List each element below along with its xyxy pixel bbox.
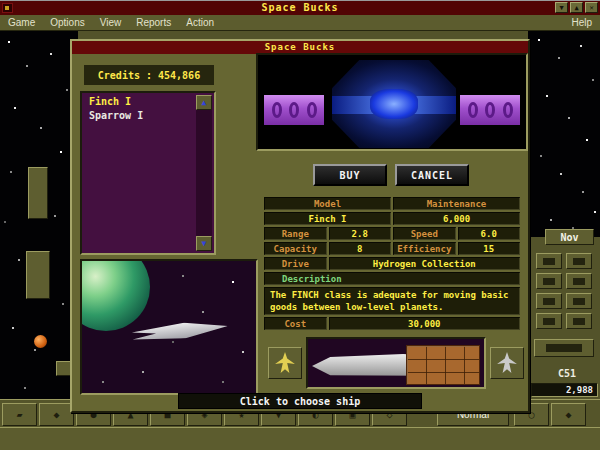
engine-pod-bar xyxy=(460,95,520,125)
panel-button[interactable] xyxy=(536,253,562,269)
planet-icon xyxy=(80,259,150,331)
engine-pod-icon xyxy=(468,102,478,118)
engine-pod-icon xyxy=(289,102,299,118)
buy-button[interactable]: BUY xyxy=(313,164,387,186)
ship-list-item[interactable]: Finch I xyxy=(84,95,194,109)
maintenance-label: Maintenance xyxy=(393,197,520,210)
panel-icon xyxy=(543,318,555,325)
panel-button[interactable] xyxy=(566,293,592,309)
toolbar-button[interactable]: ▰ xyxy=(2,403,37,426)
range-value: 2.8 xyxy=(329,227,392,240)
panel-button[interactable] xyxy=(566,313,592,329)
month-button[interactable]: Nov xyxy=(545,229,594,245)
panel-wide-button[interactable] xyxy=(534,339,594,357)
panel-button[interactable] xyxy=(536,313,562,329)
description-text: The FINCH class is adequate for moving b… xyxy=(264,287,520,315)
titlebar: Space Bucks ▼ ▲ ✕ xyxy=(0,1,600,15)
speed-value: 6.0 xyxy=(458,227,521,240)
panel-icon xyxy=(573,278,585,285)
ship-purchase-dialog: Space Bucks Credits : 454,866 Finch I Sp… xyxy=(70,39,530,413)
dialog-status-bar: Click to choose ship xyxy=(178,393,422,409)
cancel-button[interactable]: CANCEL xyxy=(395,164,469,186)
panel-button[interactable] xyxy=(566,273,592,289)
scroll-up-button[interactable]: ▲ xyxy=(196,95,212,110)
credits-display: Credits : 454,866 xyxy=(84,65,214,85)
left-panel-fragment xyxy=(26,251,50,299)
ship-icon xyxy=(274,352,296,374)
ship-list-item[interactable]: Sparrow I xyxy=(84,109,194,123)
model-label: Model xyxy=(264,197,391,210)
menu-game[interactable]: Game xyxy=(8,17,35,28)
menubar: Game Options View Reports Action Help xyxy=(0,15,600,31)
toolbar-icon: ▰ xyxy=(16,409,22,420)
panel-button[interactable] xyxy=(566,253,592,269)
panel-button[interactable] xyxy=(536,273,562,289)
side-amount-display: 2,988 xyxy=(531,383,598,397)
panel-button[interactable] xyxy=(536,293,562,309)
ship-icon xyxy=(131,314,229,348)
ship-stats-table: Model Maintenance Finch I 6,000 Range 2.… xyxy=(264,197,520,330)
maintenance-value: 6,000 xyxy=(393,212,520,225)
toolbar-button[interactable]: ◆ xyxy=(39,403,74,426)
left-panel-fragment xyxy=(56,361,71,376)
ship-icon xyxy=(496,352,518,374)
panel-icon xyxy=(573,258,585,265)
left-panel-fragment xyxy=(28,167,48,219)
toolbar-icon: ◆ xyxy=(565,409,571,420)
model-value: Finch I xyxy=(264,212,391,225)
menu-action[interactable]: Action xyxy=(186,17,214,28)
panel-icon xyxy=(543,258,555,265)
menu-help[interactable]: Help xyxy=(571,17,592,28)
engine-pod-icon xyxy=(272,102,282,118)
drive-value: Hydrogen Collection xyxy=(329,257,521,270)
toolbar-button[interactable]: ◆ xyxy=(551,403,586,426)
window-controls: ▼ ▲ ✕ xyxy=(555,2,598,13)
cost-label: Cost xyxy=(264,317,327,330)
ship-listbox: Finch I Sparrow I ▲ ▼ xyxy=(80,91,216,255)
efficiency-value: 15 xyxy=(458,242,521,255)
engine-pod-icon xyxy=(307,102,317,118)
capacity-label: Capacity xyxy=(264,242,327,255)
ship-preview-image xyxy=(256,53,528,151)
close-button[interactable]: ✕ xyxy=(585,2,598,13)
toolbar-icon: ◆ xyxy=(53,409,59,420)
ship-hull-image xyxy=(332,60,456,148)
panel-icon xyxy=(543,298,555,305)
efficiency-label: Efficiency xyxy=(393,242,456,255)
menu-view[interactable]: View xyxy=(100,17,122,28)
cargo-ship-image xyxy=(306,337,486,389)
maximize-button[interactable]: ▲ xyxy=(570,2,583,13)
panel-icon xyxy=(573,298,585,305)
window-title: Space Bucks xyxy=(0,1,600,15)
panel-icon xyxy=(546,344,582,352)
scroll-down-button[interactable]: ▼ xyxy=(196,236,212,251)
list-scrollbar[interactable]: ▲ ▼ xyxy=(196,95,212,251)
right-starfield xyxy=(528,31,600,237)
next-ship-button[interactable] xyxy=(490,347,524,379)
panel-icon xyxy=(543,278,555,285)
menu-reports[interactable]: Reports xyxy=(136,17,171,28)
cost-value: 30,000 xyxy=(329,317,521,330)
bottom-status-strip: → Click to build a new ship → xyxy=(0,427,600,450)
drive-label: Drive xyxy=(264,257,327,270)
planet-scene-image xyxy=(80,259,258,395)
range-label: Range xyxy=(264,227,327,240)
planet-icon xyxy=(34,335,47,348)
panel-icon xyxy=(573,318,585,325)
engine-pod-bar xyxy=(264,95,324,125)
prev-ship-button[interactable] xyxy=(268,347,302,379)
side-code-label: C51 xyxy=(558,368,576,379)
cargo-container-icon xyxy=(406,345,480,385)
game-window: Space Bucks ▼ ▲ ✕ Game Options View Repo… xyxy=(0,0,600,450)
description-label: Description xyxy=(264,272,520,285)
capacity-value: 8 xyxy=(329,242,392,255)
menu-options[interactable]: Options xyxy=(50,17,84,28)
engine-pod-icon xyxy=(503,102,513,118)
minimize-button[interactable]: ▼ xyxy=(555,2,568,13)
engine-pod-icon xyxy=(485,102,495,118)
speed-label: Speed xyxy=(393,227,456,240)
